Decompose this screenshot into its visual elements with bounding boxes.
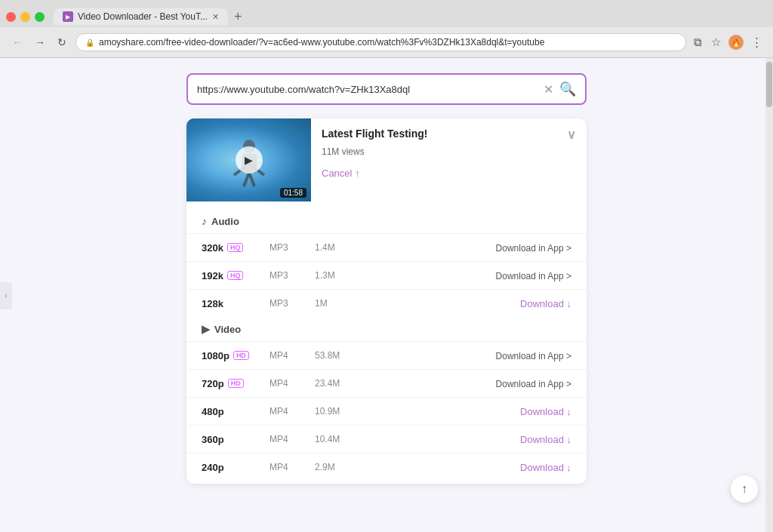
action-240p: Download ↓ xyxy=(368,460,571,474)
search-bar: ✕ 🔍 xyxy=(186,73,587,105)
video-row-480p: 480p MP4 10.9M Download ↓ xyxy=(186,397,587,425)
quality-label-320k: 320k xyxy=(202,242,223,254)
maximize-window-button[interactable] xyxy=(35,12,45,22)
extension-icon[interactable]: 🔥 xyxy=(728,35,744,50)
format-360p: MP4 xyxy=(269,434,315,444)
address-actions: ⧉ ☆ 🔥 ⋮ xyxy=(692,34,764,51)
download-app-720p-button[interactable]: Download in App > xyxy=(496,379,571,389)
download-app-1080p-button[interactable]: Download in App > xyxy=(496,351,571,361)
new-tab-button[interactable]: + xyxy=(228,9,248,25)
forward-button[interactable]: → xyxy=(32,35,48,50)
video-section-label: Video xyxy=(214,324,241,335)
video-info: Latest Flight Testing! ∨ 11M views Cance… xyxy=(311,118,587,189)
page-content: ‹ ✕ 🔍 ▶ 01:58 xyxy=(0,58,773,532)
audio-section-header: ♪ Audio xyxy=(186,209,587,233)
tab-title: Video Downloader - Best YouT... xyxy=(78,11,208,22)
download-app-192k-button[interactable]: Download in App > xyxy=(496,271,571,281)
clear-search-button[interactable]: ✕ xyxy=(544,82,553,97)
url-text: amoyshare.com/free-video-downloader/?v=a… xyxy=(99,37,676,48)
url-bar[interactable]: 🔒 amoyshare.com/free-video-downloader/?v… xyxy=(75,33,686,51)
size-1080p: 53.8M xyxy=(315,350,368,361)
browser-chrome: ▶ Video Downloader - Best YouT... ✕ + ← … xyxy=(0,0,773,58)
audio-row-320k: 320k HQ MP3 1.4M Download in App > xyxy=(186,233,587,261)
download-480p-button[interactable]: Download ↓ xyxy=(520,406,571,417)
quality-240p: 240p xyxy=(202,462,269,473)
search-icon[interactable]: 🔍 xyxy=(559,81,576,97)
quality-720p: 720p HD xyxy=(202,378,269,389)
tab-favicon: ▶ xyxy=(63,11,73,22)
video-row-720p: 720p HD MP4 23.4M Download in App > xyxy=(186,369,587,397)
video-views: 11M views xyxy=(322,146,576,157)
size-360p: 10.4M xyxy=(315,434,368,444)
format-720p: MP4 xyxy=(269,378,315,389)
security-icon: 🔒 xyxy=(85,38,94,47)
format-320k: MP3 xyxy=(269,242,315,253)
tab-close-button[interactable]: ✕ xyxy=(212,12,219,22)
svg-line-5 xyxy=(249,173,254,186)
scroll-to-top-button[interactable]: ↑ xyxy=(731,475,758,503)
quality-label-240p: 240p xyxy=(202,462,224,473)
sidebar-collapse-button[interactable]: ‹ xyxy=(0,282,12,309)
quality-480p: 480p xyxy=(202,406,269,417)
minimize-window-button[interactable] xyxy=(20,12,30,22)
format-192k: MP3 xyxy=(269,270,315,281)
download-360p-button[interactable]: Download ↓ xyxy=(520,434,571,445)
video-section-header: ▶ Video xyxy=(186,317,587,341)
download-128k-button[interactable]: Download ↓ xyxy=(520,298,571,309)
back-button[interactable]: ← xyxy=(9,35,26,50)
active-tab[interactable]: ▶ Video Downloader - Best YouT... ✕ xyxy=(54,8,228,25)
hd-badge-1080p: HD xyxy=(233,351,249,360)
audio-row-192k: 192k HQ MP3 1.3M Download in App > xyxy=(186,261,587,289)
quality-320k: 320k HQ xyxy=(202,242,269,254)
action-720p: Download in App > xyxy=(368,377,571,390)
action-192k: Download in App > xyxy=(368,269,571,282)
audio-section-label: Audio xyxy=(211,216,239,227)
hq-badge-192k: HQ xyxy=(227,271,244,280)
audio-row-128k: 128k MP3 1M Download ↓ xyxy=(186,289,587,317)
quality-label-128k: 128k xyxy=(202,298,223,309)
quality-label-192k: 192k xyxy=(202,270,223,281)
action-480p: Download ↓ xyxy=(368,404,571,418)
download-240p-button[interactable]: Download ↓ xyxy=(520,462,571,473)
size-480p: 10.9M xyxy=(315,406,368,417)
music-icon: ♪ xyxy=(202,215,207,227)
bookmark-icon[interactable]: ☆ xyxy=(710,34,722,51)
format-128k: MP3 xyxy=(269,298,315,309)
quality-128k: 128k xyxy=(202,298,269,309)
quality-label-360p: 360p xyxy=(202,434,224,445)
download-options: ♪ Audio 320k HQ MP3 1.4M Download in App… xyxy=(186,201,587,484)
play-button[interactable]: ▶ xyxy=(236,146,263,174)
quality-1080p: 1080p HD xyxy=(202,350,269,361)
video-row-360p: 360p MP4 10.4M Download ↓ xyxy=(186,425,587,453)
video-title-row: Latest Flight Testing! ∨ xyxy=(322,128,576,142)
scrollbar[interactable] xyxy=(765,58,773,532)
download-app-320k-button[interactable]: Download in App > xyxy=(496,243,571,254)
format-1080p: MP4 xyxy=(269,350,315,361)
video-row-240p: 240p MP4 2.9M Download ↓ xyxy=(186,453,587,481)
tab-bar: ▶ Video Downloader - Best YouT... ✕ + xyxy=(0,0,773,27)
format-240p: MP4 xyxy=(269,462,315,472)
traffic-lights xyxy=(6,12,45,22)
search-input[interactable] xyxy=(197,84,537,95)
address-bar: ← → ↻ 🔒 amoyshare.com/free-video-downloa… xyxy=(0,27,773,57)
action-1080p: Download in App > xyxy=(368,349,571,362)
reload-button[interactable]: ↻ xyxy=(54,35,69,50)
scrollbar-thumb[interactable] xyxy=(766,62,772,107)
search-container: ✕ 🔍 xyxy=(186,73,587,105)
collapse-icon[interactable]: ∨ xyxy=(567,128,576,142)
video-card: ▶ 01:58 Latest Flight Testing! ∨ 11M vie… xyxy=(186,118,587,484)
video-header: ▶ 01:58 Latest Flight Testing! ∨ 11M vie… xyxy=(186,118,587,201)
quality-label-720p: 720p xyxy=(202,378,224,389)
quality-192k: 192k HQ xyxy=(202,270,269,281)
cancel-button[interactable]: Cancel ↑ xyxy=(322,168,360,179)
hd-badge-720p: HD xyxy=(228,379,244,388)
size-192k: 1.3M xyxy=(315,270,368,281)
quality-360p: 360p xyxy=(202,434,269,445)
menu-icon[interactable]: ⋮ xyxy=(750,34,764,51)
action-360p: Download ↓ xyxy=(368,432,571,446)
screenshot-icon[interactable]: ⧉ xyxy=(692,34,704,51)
close-window-button[interactable] xyxy=(6,12,16,22)
quality-label-1080p: 1080p xyxy=(202,350,229,361)
quality-label-480p: 480p xyxy=(202,406,224,417)
size-720p: 23.4M xyxy=(315,378,368,389)
